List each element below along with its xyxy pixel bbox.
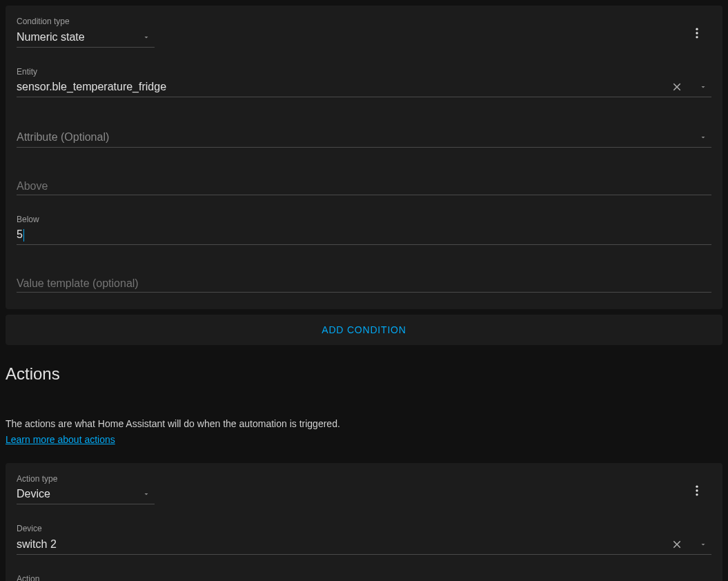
dots-vertical-icon (690, 484, 704, 498)
above-text-input[interactable] (17, 179, 711, 193)
chevron-down-icon (699, 133, 707, 141)
chevron-down-icon (699, 540, 707, 549)
above-field (17, 167, 711, 195)
condition-type-label: Condition type (17, 17, 155, 28)
action-card: Action type Device Device switch 2 Actio… (6, 463, 722, 581)
attribute-dropdown-icon[interactable] (695, 129, 711, 146)
entity-field: Entity sensor.ble_temperature_fridge (17, 67, 711, 98)
attribute-field: Attribute (Optional) (17, 117, 711, 148)
close-icon (671, 538, 683, 551)
value-template-input[interactable] (17, 264, 711, 293)
dropdown-caret-icon (138, 486, 155, 502)
actions-section-title: Actions (6, 364, 722, 384)
value-template-field (17, 264, 711, 293)
attribute-select[interactable]: Attribute (Optional) (17, 117, 711, 148)
clear-device-button[interactable] (669, 536, 685, 553)
device-field: Device switch 2 (17, 524, 711, 555)
clear-entity-button[interactable] (669, 79, 685, 95)
dots-vertical-icon (690, 26, 704, 40)
entity-label: Entity (17, 67, 711, 78)
svg-point-1 (696, 32, 698, 34)
svg-point-4 (696, 489, 698, 491)
entity-dropdown-icon[interactable] (695, 79, 711, 95)
svg-point-2 (696, 36, 698, 38)
device-label: Device (17, 524, 711, 535)
device-dropdown-icon[interactable] (695, 536, 711, 553)
svg-point-5 (696, 493, 698, 495)
below-input[interactable]: 5 (17, 227, 711, 245)
value-template-text-input[interactable] (17, 277, 711, 290)
device-value: switch 2 (17, 538, 669, 551)
svg-point-0 (696, 28, 698, 30)
condition-type-value: Numeric state (17, 30, 134, 44)
above-input[interactable] (17, 167, 711, 195)
action-type-label: Action type (17, 474, 155, 485)
action-field: Action Turn off switch 2 (17, 574, 711, 581)
dropdown-caret-icon (138, 29, 155, 46)
device-select[interactable]: switch 2 (17, 536, 711, 555)
entity-select[interactable]: sensor.ble_temperature_fridge (17, 79, 711, 97)
learn-more-actions-link[interactable]: Learn more about actions (6, 434, 115, 445)
actions-description: The actions are what Home Assistant will… (6, 417, 722, 431)
condition-card: Condition type Numeric state Entity sens… (6, 6, 722, 309)
close-icon (671, 81, 683, 93)
entity-value: sensor.ble_temperature_fridge (17, 80, 669, 94)
action-type-select[interactable]: Device (17, 486, 155, 504)
below-label: Below (17, 215, 711, 226)
below-field: Below 5 (17, 215, 711, 245)
condition-type-field: Condition type Numeric state (17, 17, 155, 48)
below-value: 5 (17, 228, 711, 242)
chevron-down-icon (699, 83, 707, 91)
attribute-placeholder: Attribute (Optional) (17, 130, 691, 144)
action-type-field: Action type Device (17, 474, 155, 505)
action-label: Action (17, 574, 711, 581)
add-condition-button[interactable]: ADD CONDITION (6, 315, 722, 345)
action-type-value: Device (17, 487, 134, 501)
action-overflow-menu[interactable] (689, 482, 705, 499)
condition-overflow-menu[interactable] (689, 25, 705, 41)
svg-point-3 (696, 485, 698, 487)
condition-type-select[interactable]: Numeric state (17, 29, 155, 48)
